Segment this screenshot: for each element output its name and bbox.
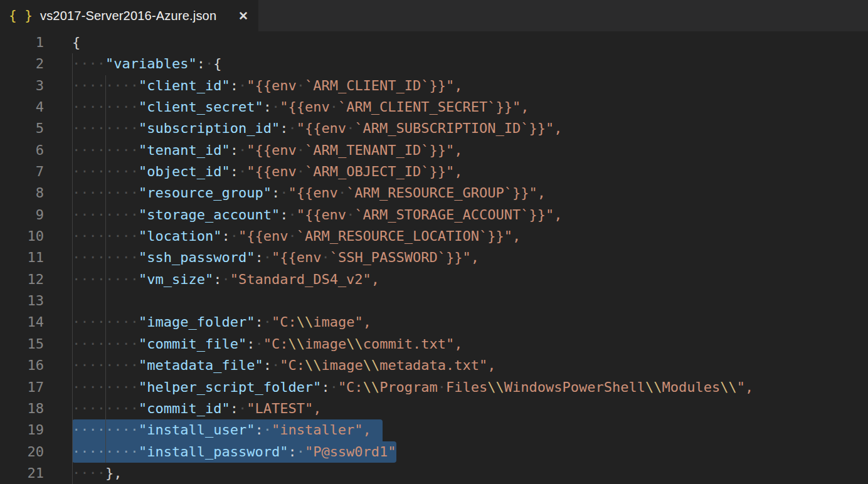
code-line[interactable]: 3········"client_id":·"{{env·`ARM_CLIENT… — [0, 75, 868, 97]
code-token: "metadata_file" — [139, 357, 263, 373]
code-token: \\ — [645, 379, 662, 395]
code-token: \\ — [288, 336, 305, 352]
code-token: image — [305, 336, 346, 352]
code-line[interactable]: 7········"object_id":·"{{env·`ARM_OBJECT… — [0, 161, 868, 182]
code-token: "resource_group" — [139, 185, 272, 201]
whitespace-dots: · — [438, 379, 446, 395]
code-token: "C: — [338, 379, 363, 395]
editor[interactable]: 1{2····"variables":·{3········"client_id… — [0, 31, 868, 484]
line-number[interactable]: 21 — [0, 463, 44, 484]
code-token: : — [288, 444, 296, 460]
indent-guide — [105, 290, 106, 312]
code-token: "{{env — [288, 185, 337, 201]
code-line[interactable]: 12········"vm_size":·"Standard_DS4_v2", — [0, 269, 868, 290]
code-token: : — [197, 56, 205, 71]
line-number[interactable]: 8 — [0, 182, 44, 204]
code-token: "ssh_password" — [139, 250, 255, 265]
code-token: "{{env — [238, 228, 288, 244]
line-number[interactable]: 20 — [0, 441, 44, 463]
code-line[interactable]: 16········"metadata_file":·"C:\\image\\m… — [0, 355, 868, 376]
code-line[interactable]: 13 — [0, 290, 868, 312]
line-number[interactable]: 16 — [0, 355, 44, 376]
code-line[interactable]: 21····}, — [0, 463, 868, 484]
whitespace-dots: · — [297, 164, 305, 179]
whitespace-dots: · — [297, 142, 305, 158]
line-number[interactable]: 3 — [0, 75, 44, 97]
code-line[interactable]: 17········"helper_script_folder":·"C:\\P… — [0, 377, 868, 398]
line-number[interactable]: 4 — [0, 97, 44, 118]
code-token: "{{env — [246, 78, 296, 93]
whitespace-dots: ········ — [72, 120, 139, 136]
code-token: : — [230, 78, 238, 93]
code-token: "client_id" — [139, 78, 230, 93]
whitespace-dots: · — [297, 444, 305, 460]
code-line[interactable]: 10········"location":·"{{env·`ARM_RESOUR… — [0, 226, 868, 247]
code-token: : — [246, 336, 255, 352]
code-token: "installer", — [272, 422, 371, 438]
code-token: "install_user" — [139, 422, 255, 438]
line-number[interactable]: 6 — [0, 140, 44, 161]
code-token: "C: — [263, 336, 288, 352]
code-token: `SSH_PASSWORD`}}", — [330, 250, 479, 265]
whitespace-dots: · — [280, 185, 288, 201]
whitespace-dots: ········ — [72, 78, 139, 93]
code-content: ········"storage_account":·"{{env·`ARM_S… — [72, 204, 868, 226]
code-line[interactable]: 18········"commit_id":·"LATEST", — [0, 398, 868, 419]
code-token: \\ — [487, 379, 504, 395]
line-number[interactable]: 9 — [0, 204, 44, 226]
line-number[interactable]: 11 — [0, 247, 44, 268]
code-line[interactable]: 19········"install_user":·"installer", — [0, 419, 868, 441]
code-token: : — [255, 314, 263, 330]
code-content: ········"object_id":·"{{env·`ARM_OBJECT_… — [72, 161, 868, 182]
line-number[interactable]: 17 — [0, 377, 44, 398]
code-line[interactable]: 11········"ssh_password":·"{{env·`SSH_PA… — [0, 247, 868, 268]
code-line[interactable]: 2····"variables":·{ — [0, 53, 868, 75]
line-number[interactable]: 1 — [0, 32, 44, 53]
code-token: `ARM_SUBSCRIPTION_ID`}}", — [354, 120, 562, 136]
line-number[interactable]: 10 — [0, 226, 44, 247]
code-content: ········"location":·"{{env·`ARM_RESOURCE… — [72, 226, 868, 247]
code-line[interactable]: 20········"install_password":·"P@ssw0rd1… — [0, 441, 868, 463]
code-line[interactable]: 4········"client_secret":·"{{env·`ARM_CL… — [0, 97, 868, 118]
whitespace-dots: ········ — [72, 228, 139, 244]
code-token: Modules — [662, 379, 721, 395]
code-line[interactable]: 5········"subscription_id":·"{{env·`ARM_… — [0, 118, 868, 139]
line-number[interactable]: 19 — [0, 419, 44, 441]
code-token: "{{env — [272, 250, 321, 265]
code-token: "vm_size" — [139, 271, 213, 287]
code-line[interactable]: 9········"storage_account":·"{{env·`ARM_… — [0, 204, 868, 226]
code-token: Files — [446, 379, 487, 395]
whitespace-dots: · — [272, 99, 280, 115]
indent-guide — [72, 290, 73, 312]
code-token: metadata.txt", — [379, 357, 495, 373]
vscode-window: { } vs2017-Server2016-Azure.json ✕ 1{2··… — [0, 0, 868, 484]
line-number[interactable]: 5 — [0, 118, 44, 139]
code-token: image — [321, 357, 363, 373]
line-number[interactable]: 7 — [0, 161, 44, 182]
whitespace-dots: · — [330, 379, 338, 395]
line-number[interactable]: 14 — [0, 312, 44, 333]
code-line[interactable]: 1{ — [0, 32, 868, 53]
code-token: Program — [379, 379, 438, 395]
code-token: \\ — [346, 336, 363, 352]
line-number[interactable]: 2 — [0, 53, 44, 75]
whitespace-dots: ········ — [72, 207, 139, 223]
code-line[interactable]: 8········"resource_group":·"{{env·`ARM_R… — [0, 182, 868, 204]
tab-close-button[interactable]: ✕ — [238, 10, 248, 22]
code-token: "{{env — [297, 207, 346, 223]
tab-active[interactable]: { } vs2017-Server2016-Azure.json ✕ — [0, 0, 258, 31]
code-token: "tenant_id" — [139, 142, 230, 158]
code-token: \\ — [305, 357, 322, 373]
whitespace-dots: ········ — [72, 314, 139, 330]
line-number[interactable]: 18 — [0, 398, 44, 419]
code-token: `ARM_OBJECT_ID`}}", — [305, 164, 463, 179]
line-number[interactable]: 13 — [0, 290, 44, 312]
line-number[interactable]: 15 — [0, 334, 44, 355]
code-token: { — [72, 34, 80, 50]
line-number[interactable]: 12 — [0, 269, 44, 290]
code-line[interactable]: 14········"image_folder":·"C:\\image", — [0, 312, 868, 333]
whitespace-dots: · — [272, 357, 280, 373]
code-line[interactable]: 15········"commit_file":·"C:\\image\\com… — [0, 334, 868, 355]
code-line[interactable]: 6········"tenant_id":·"{{env·`ARM_TENANT… — [0, 140, 868, 161]
code-content: ········"subscription_id":·"{{env·`ARM_S… — [72, 118, 868, 139]
